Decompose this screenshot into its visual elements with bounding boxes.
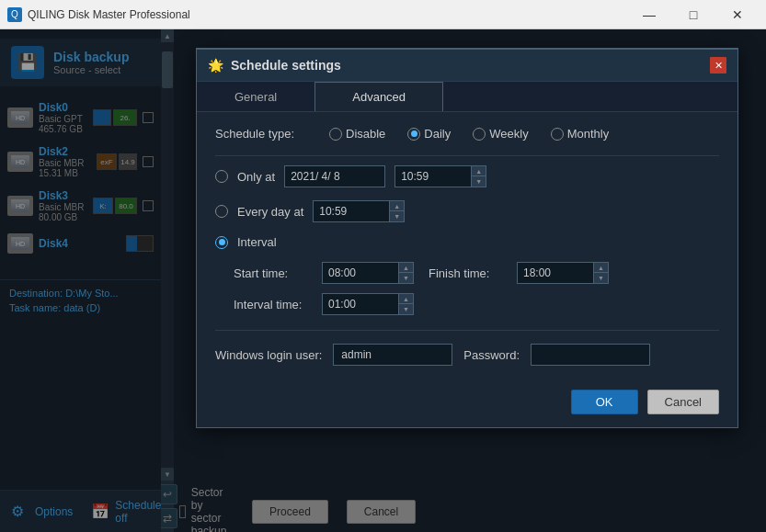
- only-at-spin-up[interactable]: ▲: [471, 166, 486, 176]
- minimize-button[interactable]: —: [628, 0, 670, 29]
- every-day-time-group[interactable]: ▲ ▼: [313, 200, 405, 222]
- radio-daily[interactable]: Daily: [407, 127, 451, 141]
- dialog-title-icon: 🌟: [208, 58, 223, 73]
- only-at-spin-down[interactable]: ▼: [471, 176, 486, 187]
- interval-time-spin-down[interactable]: ▼: [398, 304, 413, 314]
- schedule-type-row: Schedule type: Disable Daily Weekly Mont…: [215, 127, 719, 141]
- interval-label: Interval: [237, 235, 277, 249]
- maximize-button[interactable]: □: [672, 0, 715, 29]
- radio-circle-monthly: [551, 128, 564, 141]
- start-time-label: Start time:: [234, 266, 307, 280]
- finish-time-spin-up[interactable]: ▲: [593, 263, 608, 273]
- radio-every-day[interactable]: [215, 205, 228, 218]
- tab-general[interactable]: General: [197, 82, 314, 111]
- radio-circle-weekly: [473, 128, 486, 141]
- divider-1: [215, 155, 719, 156]
- dialog-tabs: General Advanced: [197, 82, 737, 112]
- login-password-label: Password:: [463, 348, 520, 362]
- schedule-type-label: Schedule type:: [215, 127, 307, 141]
- login-user-input[interactable]: [333, 344, 452, 366]
- every-day-spinners: ▲ ▼: [389, 201, 404, 221]
- modal-overlay: 🌟 Schedule settings ✕ General Advanced S…: [0, 29, 766, 532]
- title-bar: Q QILING Disk Master Professional — □ ✕: [0, 0, 766, 29]
- dialog-body: Schedule type: Disable Daily Weekly Mont…: [197, 112, 737, 380]
- start-time-input[interactable]: [323, 266, 398, 279]
- login-password-input[interactable]: [531, 344, 650, 366]
- radio-only-at[interactable]: [215, 170, 228, 183]
- interval-row: Interval: [215, 235, 719, 249]
- only-at-spinners: ▲ ▼: [471, 166, 486, 187]
- finish-time-label: Finish time:: [429, 266, 502, 280]
- start-time-spin-up[interactable]: ▲: [398, 263, 413, 273]
- dialog-ok-button[interactable]: OK: [571, 390, 638, 414]
- app-title: QILING Disk Master Professional: [28, 8, 623, 21]
- only-at-label: Only at: [237, 170, 275, 184]
- interval-times-row: Start time: ▲ ▼ Finish time: ▲ ▼: [234, 262, 719, 284]
- finish-time-spinners: ▲ ▼: [593, 263, 608, 283]
- interval-time-group[interactable]: ▲ ▼: [322, 293, 414, 315]
- start-time-spinners: ▲ ▼: [398, 263, 413, 283]
- only-at-time-input[interactable]: [395, 170, 471, 183]
- every-day-spin-up[interactable]: ▲: [389, 201, 404, 211]
- radio-circle-disable: [329, 128, 342, 141]
- window-controls: — □ ✕: [628, 0, 759, 29]
- finish-time-spin-down[interactable]: ▼: [593, 273, 608, 283]
- radio-disable[interactable]: Disable: [329, 127, 385, 141]
- start-time-spin-down[interactable]: ▼: [398, 273, 413, 283]
- dialog-footer: OK Cancel: [197, 380, 737, 427]
- date-input-group[interactable]: 📅: [284, 165, 385, 187]
- only-at-row: Only at 📅 ▲ ▼: [215, 165, 719, 187]
- radio-weekly-label: Weekly: [489, 127, 528, 141]
- radio-daily-label: Daily: [424, 127, 451, 141]
- interval-time-label: Interval time:: [234, 298, 307, 311]
- login-user-label: Windows login user:: [215, 348, 322, 362]
- close-button[interactable]: ✕: [716, 0, 759, 29]
- dialog-cancel-button[interactable]: Cancel: [647, 390, 719, 414]
- radio-interval[interactable]: [215, 236, 228, 249]
- radio-disable-label: Disable: [346, 127, 385, 141]
- login-section: Windows login user: Password:: [215, 330, 719, 366]
- dialog-title: Schedule settings: [231, 58, 703, 73]
- every-day-time-input[interactable]: [314, 205, 389, 218]
- interval-time-spin-up[interactable]: ▲: [398, 294, 413, 304]
- every-day-spin-down[interactable]: ▼: [389, 211, 404, 221]
- dialog-title-bar: 🌟 Schedule settings ✕: [197, 50, 737, 82]
- radio-monthly[interactable]: Monthly: [551, 127, 610, 141]
- radio-circle-daily: [407, 128, 420, 141]
- schedule-dialog: 🌟 Schedule settings ✕ General Advanced S…: [196, 48, 738, 428]
- every-day-row: Every day at ▲ ▼: [215, 200, 719, 222]
- finish-time-group[interactable]: ▲ ▼: [517, 262, 609, 284]
- radio-monthly-label: Monthly: [567, 127, 610, 141]
- every-day-label: Every day at: [237, 205, 303, 219]
- interval-time-input[interactable]: [323, 298, 398, 311]
- tab-advanced[interactable]: Advanced: [314, 82, 443, 111]
- interval-time-spinners: ▲ ▼: [398, 294, 413, 314]
- interval-time-row: Interval time: ▲ ▼: [234, 293, 719, 315]
- radio-weekly[interactable]: Weekly: [473, 127, 528, 141]
- finish-time-input[interactable]: [518, 266, 593, 279]
- only-at-time-group[interactable]: ▲ ▼: [394, 165, 486, 187]
- start-time-group[interactable]: ▲ ▼: [322, 262, 414, 284]
- dialog-close-button[interactable]: ✕: [710, 57, 726, 74]
- app-icon: Q: [7, 7, 22, 22]
- interval-section: Start time: ▲ ▼ Finish time: ▲ ▼: [234, 262, 719, 315]
